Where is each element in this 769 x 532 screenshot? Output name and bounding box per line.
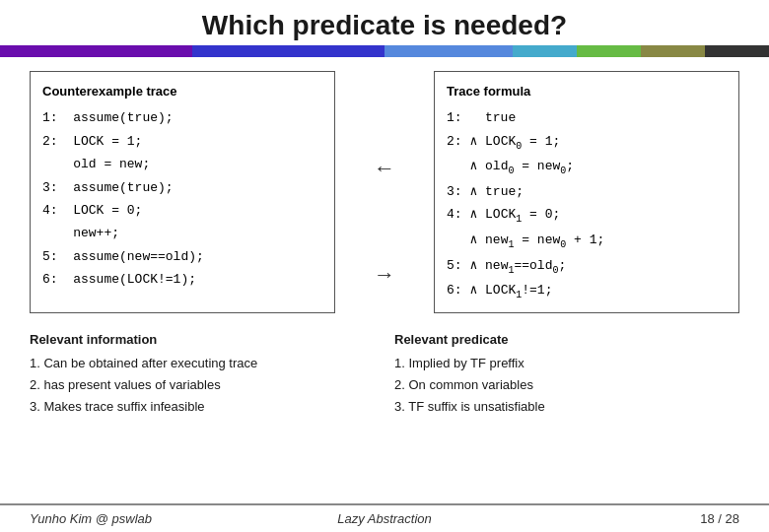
ce-line-2: 2: LOCK = 1; bbox=[42, 130, 322, 153]
deco-seg-5 bbox=[577, 45, 641, 57]
ce-line-6: new++; bbox=[42, 222, 322, 244]
bottom-info: Relevant information 1. Can be obtained … bbox=[0, 329, 769, 428]
deco-seg-1 bbox=[0, 45, 192, 57]
relevant-predicate-title: Relevant predicate bbox=[394, 329, 739, 351]
ce-line-3: old = new; bbox=[42, 153, 322, 175]
tf-line-6: ∧ new1 = new0 + 1; bbox=[447, 229, 727, 254]
counterexample-title: Counterexample trace bbox=[42, 80, 322, 102]
relevant-info-block: Relevant information 1. Can be obtained … bbox=[30, 329, 375, 418]
footer-author: Yunho Kim @ pswlab bbox=[30, 511, 266, 526]
relevant-predicate-item-1: 1. Implied by TF preffix bbox=[394, 353, 739, 374]
tf-line-4: 3: ∧ true; bbox=[447, 180, 727, 203]
left-arrow-icon: ← bbox=[374, 156, 395, 180]
deco-bar bbox=[0, 45, 769, 57]
counterexample-box: Counterexample trace 1: assume(true); 2:… bbox=[30, 71, 335, 313]
ce-line-4: 3: assume(true); bbox=[42, 176, 322, 199]
tf-line-3: ∧ old0 = new0; bbox=[447, 155, 727, 180]
main-content: Counterexample trace 1: assume(true); 2:… bbox=[0, 71, 769, 313]
page-title: Which predicate is needed? bbox=[0, 0, 769, 45]
tf-line-8: 6: ∧ LOCK1!=1; bbox=[447, 279, 727, 304]
tf-line-1: 1: true bbox=[447, 106, 727, 129]
ce-line-1: 1: assume(true); bbox=[42, 106, 322, 129]
trace-formula-title: Trace formula bbox=[447, 80, 727, 102]
trace-formula-box: Trace formula 1: true 2: ∧ LOCK0 = 1; ∧ … bbox=[434, 71, 739, 313]
deco-seg-2 bbox=[192, 45, 384, 57]
relevant-info-item-1: 1. Can be obtained after executing trace bbox=[30, 353, 375, 374]
relevant-info-item-2: 2. has present values of variables bbox=[30, 374, 375, 396]
arrow-column: ← → bbox=[355, 71, 414, 313]
deco-seg-4 bbox=[513, 45, 577, 57]
footer: Yunho Kim @ pswlab Lazy Abstraction 18 /… bbox=[0, 503, 769, 532]
ce-line-8: 6: assume(LOCK!=1); bbox=[42, 268, 322, 291]
tf-line-5: 4: ∧ LOCK1 = 0; bbox=[447, 203, 727, 229]
ce-line-7: 5: assume(new==old); bbox=[42, 245, 322, 268]
deco-seg-7 bbox=[705, 45, 769, 57]
relevant-predicate-block: Relevant predicate 1. Implied by TF pref… bbox=[394, 329, 739, 418]
footer-page-number: 18 / 28 bbox=[503, 511, 739, 526]
right-arrow-icon: → bbox=[374, 262, 395, 287]
relevant-info-title: Relevant information bbox=[30, 329, 375, 351]
ce-line-5: 4: LOCK = 0; bbox=[42, 199, 322, 222]
relevant-info-item-3: 3. Makes trace suffix infeasible bbox=[30, 396, 375, 418]
tf-line-2: 2: ∧ LOCK0 = 1; bbox=[447, 130, 727, 156]
deco-seg-3 bbox=[384, 45, 513, 57]
relevant-predicate-item-3: 3. TF suffix is unsatisfiable bbox=[394, 396, 739, 418]
tf-line-7: 5: ∧ new1==old0; bbox=[447, 254, 727, 280]
footer-center-label: Lazy Abstraction bbox=[266, 511, 503, 526]
relevant-predicate-item-2: 2. On common variables bbox=[394, 374, 739, 396]
deco-seg-6 bbox=[641, 45, 705, 57]
